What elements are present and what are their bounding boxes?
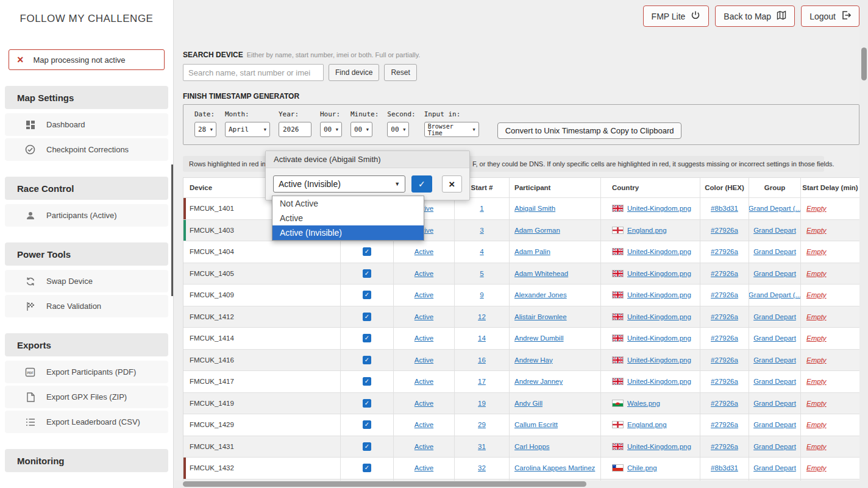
active-checkbox[interactable]: ✓ [363, 313, 371, 321]
active-link[interactable]: Active [414, 443, 433, 450]
sidebar-item-dashboard[interactable]: Dashboard [5, 113, 168, 136]
active-link[interactable]: Active [414, 291, 433, 299]
dropdown-option-active-invisible[interactable]: Active (Invisible) [272, 225, 424, 240]
color-link[interactable]: #8b3d31 [711, 464, 738, 472]
vertical-scrollbar[interactable] [859, 0, 868, 488]
color-link[interactable]: #8b3d31 [711, 205, 738, 212]
group-link[interactable]: Grand Depart [753, 248, 796, 255]
find-device-button[interactable]: Find device [329, 64, 379, 81]
active-link[interactable]: Active [414, 313, 433, 320]
logout-button[interactable]: Logout [801, 5, 859, 27]
start-delay-link[interactable]: Empty [806, 270, 827, 277]
active-checkbox[interactable]: ✓ [363, 442, 371, 451]
country-link[interactable]: United-Kingdom.png [627, 313, 691, 320]
active-link[interactable]: Active [414, 334, 433, 342]
color-link[interactable]: #27926a [711, 378, 738, 385]
country-link[interactable]: United-Kingdom.png [627, 378, 691, 385]
country-link[interactable]: England.png [627, 421, 667, 428]
start-number-link[interactable]: 5 [480, 270, 483, 277]
start-delay-link[interactable]: Empty [806, 400, 827, 407]
sidebar-item-export-gpx-files-zip[interactable]: Export GPX Files (ZIP) [5, 386, 168, 408]
sidebar-item-export-participants-pdf[interactable]: PDFExport Participants (PDF) [5, 361, 168, 383]
confirm-button[interactable]: ✓ [411, 175, 432, 193]
field-select-hour[interactable]: 00▼ [320, 122, 342, 137]
sidebar-item-participants-active[interactable]: Participants (Active) [5, 204, 168, 227]
color-link[interactable]: #27926a [711, 421, 738, 428]
active-checkbox[interactable]: ✓ [363, 420, 371, 429]
active-checkbox[interactable]: ✓ [363, 377, 371, 386]
start-delay-link[interactable]: Empty [806, 464, 827, 472]
active-link[interactable]: Active [414, 248, 433, 255]
color-link[interactable]: #27926a [711, 313, 738, 320]
color-link[interactable]: #27926a [711, 291, 738, 299]
active-checkbox[interactable]: ✓ [363, 464, 371, 472]
color-link[interactable]: #27926a [711, 356, 738, 364]
start-delay-link[interactable]: Empty [806, 356, 827, 364]
color-link[interactable]: #27926a [711, 334, 738, 342]
search-input[interactable] [183, 64, 324, 81]
start-number-link[interactable]: 1 [480, 205, 483, 212]
year-input[interactable] [279, 122, 311, 137]
group-link[interactable]: Grand Depart [753, 421, 796, 428]
participant-link[interactable]: Andrew Hay [514, 356, 553, 364]
horizontal-scrollbar[interactable] [174, 481, 868, 488]
start-delay-link[interactable]: Empty [806, 334, 827, 342]
start-number-link[interactable]: 32 [478, 464, 486, 472]
start-delay-link[interactable]: Empty [806, 227, 827, 234]
start-delay-link[interactable]: Empty [806, 421, 827, 428]
field-select-month[interactable]: April▼ [225, 122, 270, 137]
active-link[interactable]: Active [414, 464, 433, 472]
start-number-link[interactable]: 16 [478, 356, 486, 364]
start-number-link[interactable]: 29 [478, 421, 486, 428]
country-link[interactable]: United-Kingdom.png [627, 334, 691, 342]
dropdown-option-active[interactable]: Active [272, 211, 424, 225]
participant-link[interactable]: Carolina Kappes Martinez [514, 464, 595, 472]
start-number-link[interactable]: 31 [478, 443, 486, 450]
color-link[interactable]: #27926a [711, 270, 738, 277]
active-checkbox[interactable]: ✓ [363, 356, 371, 364]
country-link[interactable]: United-Kingdom.png [627, 443, 691, 450]
start-number-link[interactable]: 17 [478, 378, 486, 385]
start-delay-link[interactable]: Empty [806, 378, 827, 385]
active-checkbox[interactable]: ✓ [363, 269, 371, 278]
sidebar-item-export-leaderboard-csv[interactable]: Export Leaderboard (CSV) [5, 411, 168, 433]
back-to-map-button[interactable]: Back to Map [715, 5, 795, 27]
active-checkbox[interactable]: ✓ [363, 247, 371, 256]
color-link[interactable]: #27926a [711, 227, 738, 234]
start-delay-link[interactable]: Empty [806, 291, 827, 299]
field-select-date[interactable]: 28▼ [194, 122, 216, 137]
country-link[interactable]: United-Kingdom.png [627, 248, 691, 255]
active-link[interactable]: Active [414, 378, 433, 385]
participant-link[interactable]: Adam Whitehead [514, 270, 568, 277]
sidebar-item-swap-device[interactable]: Swap Device [5, 270, 168, 292]
participant-link[interactable]: Carl Hopps [514, 443, 550, 450]
group-link[interactable]: Grand Depart [753, 400, 796, 407]
start-number-link[interactable]: 3 [480, 227, 483, 234]
start-delay-link[interactable]: Empty [806, 313, 827, 320]
active-link[interactable]: Active [414, 356, 433, 364]
participant-link[interactable]: Abigail Smith [514, 205, 555, 212]
country-link[interactable]: United-Kingdom.png [627, 356, 691, 364]
start-number-link[interactable]: 12 [478, 313, 486, 320]
sidebar-scrollbar-thumb[interactable] [171, 164, 173, 296]
color-link[interactable]: #27926a [711, 248, 738, 255]
field-select-minute[interactable]: 00▼ [350, 122, 372, 137]
country-link[interactable]: United-Kingdom.png [627, 291, 691, 299]
participant-link[interactable]: Alexander Jones [514, 291, 567, 299]
convert-timestamp-button[interactable]: Convert to Unix Timestamp & Copy to Clip… [497, 122, 682, 139]
group-link[interactable]: Grand Depart (... [749, 205, 801, 212]
vertical-scrollbar-thumb[interactable] [861, 48, 867, 80]
start-number-link[interactable]: 14 [478, 334, 486, 342]
group-link[interactable]: Grand Depart [753, 378, 796, 385]
active-link[interactable]: Active [414, 400, 433, 407]
group-link[interactable]: Grand Depart [753, 443, 796, 450]
country-link[interactable]: England.png [627, 227, 667, 234]
participant-link[interactable]: Adam Palin [514, 248, 550, 255]
start-number-link[interactable]: 19 [478, 400, 486, 407]
group-link[interactable]: Grand Depart (... [749, 291, 801, 299]
start-delay-link[interactable]: Empty [806, 443, 827, 450]
fmp-lite-button[interactable]: FMP Lite [643, 5, 710, 27]
country-link[interactable]: Wales.png [627, 400, 660, 407]
active-checkbox[interactable]: ✓ [363, 399, 371, 408]
field-select-second[interactable]: 00▼ [387, 122, 409, 137]
